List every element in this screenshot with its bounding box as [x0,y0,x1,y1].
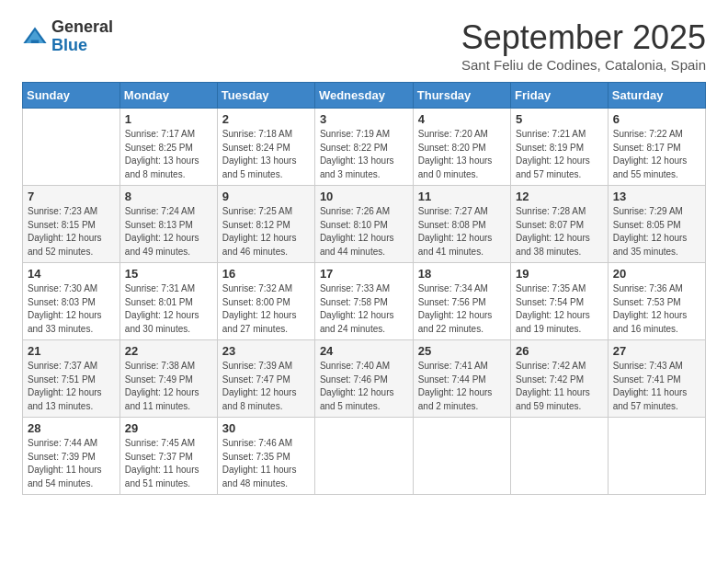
weekday-header-sunday: Sunday [23,83,120,109]
svg-rect-2 [31,40,39,43]
empty-cell [413,418,510,495]
day-detail: Sunrise: 7:42 AM Sunset: 7:42 PM Dayligh… [516,360,603,413]
day-cell-13: 13Sunrise: 7:29 AM Sunset: 8:05 PM Dayli… [608,186,705,263]
day-number: 1 [125,112,212,126]
day-detail: Sunrise: 7:32 AM Sunset: 8:00 PM Dayligh… [222,282,310,336]
day-cell-30: 30Sunrise: 7:46 AM Sunset: 7:35 PM Dayli… [217,418,314,495]
logo-blue: Blue [51,37,113,55]
empty-cell [23,109,120,186]
weekday-header-saturday: Saturday [608,83,705,109]
day-number: 29 [125,421,212,435]
day-number: 25 [418,344,506,358]
day-cell-17: 17Sunrise: 7:33 AM Sunset: 7:58 PM Dayli… [314,263,413,340]
day-cell-4: 4Sunrise: 7:20 AM Sunset: 8:20 PM Daylig… [413,109,510,186]
day-cell-14: 14Sunrise: 7:30 AM Sunset: 8:03 PM Dayli… [23,263,120,340]
day-cell-26: 26Sunrise: 7:42 AM Sunset: 7:42 PM Dayli… [511,340,609,418]
day-cell-20: 20Sunrise: 7:36 AM Sunset: 7:53 PM Dayli… [608,263,705,340]
day-number: 17 [320,267,408,281]
day-number: 21 [28,344,115,358]
day-cell-7: 7Sunrise: 7:23 AM Sunset: 8:15 PM Daylig… [23,186,120,263]
day-detail: Sunrise: 7:30 AM Sunset: 8:03 PM Dayligh… [28,282,115,336]
day-detail: Sunrise: 7:35 AM Sunset: 7:54 PM Dayligh… [516,282,603,336]
day-detail: Sunrise: 7:39 AM Sunset: 7:47 PM Dayligh… [222,360,310,413]
day-detail: Sunrise: 7:37 AM Sunset: 7:51 PM Dayligh… [28,360,115,413]
day-number: 18 [418,267,506,281]
day-cell-28: 28Sunrise: 7:44 AM Sunset: 7:39 PM Dayli… [23,418,120,495]
day-detail: Sunrise: 7:43 AM Sunset: 7:41 PM Dayligh… [613,360,700,413]
day-number: 14 [28,267,115,281]
day-cell-9: 9Sunrise: 7:25 AM Sunset: 8:12 PM Daylig… [217,186,314,263]
logo-text: General Blue [51,18,113,55]
month-title: September 2025 [461,18,706,57]
day-cell-12: 12Sunrise: 7:28 AM Sunset: 8:07 PM Dayli… [511,186,609,263]
day-detail: Sunrise: 7:17 AM Sunset: 8:25 PM Dayligh… [125,128,212,181]
day-detail: Sunrise: 7:29 AM Sunset: 8:05 PM Dayligh… [613,205,700,259]
weekday-header-thursday: Thursday [413,83,510,109]
day-detail: Sunrise: 7:34 AM Sunset: 7:56 PM Dayligh… [418,282,506,336]
logo: General Blue [22,18,113,55]
empty-cell [511,418,609,495]
day-number: 28 [28,421,115,435]
day-detail: Sunrise: 7:26 AM Sunset: 8:10 PM Dayligh… [320,205,408,259]
week-row-1: 1Sunrise: 7:17 AM Sunset: 8:25 PM Daylig… [23,109,706,186]
logo-icon [22,24,48,50]
day-detail: Sunrise: 7:40 AM Sunset: 7:46 PM Dayligh… [320,360,408,413]
day-cell-29: 29Sunrise: 7:45 AM Sunset: 7:37 PM Dayli… [119,418,217,495]
day-detail: Sunrise: 7:45 AM Sunset: 7:37 PM Dayligh… [125,437,212,490]
day-detail: Sunrise: 7:22 AM Sunset: 8:17 PM Dayligh… [613,128,700,181]
day-cell-24: 24Sunrise: 7:40 AM Sunset: 7:46 PM Dayli… [314,340,413,418]
header: General Blue September 2025 Sant Feliu d… [22,18,706,73]
day-cell-27: 27Sunrise: 7:43 AM Sunset: 7:41 PM Dayli… [608,340,705,418]
day-number: 13 [613,190,700,203]
day-cell-18: 18Sunrise: 7:34 AM Sunset: 7:56 PM Dayli… [413,263,510,340]
day-detail: Sunrise: 7:23 AM Sunset: 8:15 PM Dayligh… [28,205,115,259]
weekday-header-monday: Monday [119,83,217,109]
day-cell-21: 21Sunrise: 7:37 AM Sunset: 7:51 PM Dayli… [23,340,120,418]
day-cell-16: 16Sunrise: 7:32 AM Sunset: 8:00 PM Dayli… [217,263,314,340]
day-number: 16 [222,267,310,281]
day-number: 12 [516,190,603,203]
day-cell-2: 2Sunrise: 7:18 AM Sunset: 8:24 PM Daylig… [217,109,314,186]
weekday-header-friday: Friday [511,83,609,109]
day-number: 11 [418,190,506,203]
day-cell-15: 15Sunrise: 7:31 AM Sunset: 8:01 PM Dayli… [119,263,217,340]
day-detail: Sunrise: 7:18 AM Sunset: 8:24 PM Dayligh… [222,128,310,181]
day-detail: Sunrise: 7:41 AM Sunset: 7:44 PM Dayligh… [418,360,506,413]
day-cell-8: 8Sunrise: 7:24 AM Sunset: 8:13 PM Daylig… [119,186,217,263]
day-number: 8 [125,190,212,203]
day-detail: Sunrise: 7:38 AM Sunset: 7:49 PM Dayligh… [125,360,212,413]
week-row-4: 21Sunrise: 7:37 AM Sunset: 7:51 PM Dayli… [23,340,706,418]
day-detail: Sunrise: 7:36 AM Sunset: 7:53 PM Dayligh… [613,282,700,336]
day-number: 19 [516,267,603,281]
day-number: 9 [222,190,310,203]
day-detail: Sunrise: 7:24 AM Sunset: 8:13 PM Dayligh… [125,205,212,259]
day-detail: Sunrise: 7:44 AM Sunset: 7:39 PM Dayligh… [28,437,115,490]
day-number: 6 [613,112,700,126]
logo-general: General [51,18,113,37]
week-row-5: 28Sunrise: 7:44 AM Sunset: 7:39 PM Dayli… [23,418,706,495]
day-cell-23: 23Sunrise: 7:39 AM Sunset: 7:47 PM Dayli… [217,340,314,418]
day-cell-22: 22Sunrise: 7:38 AM Sunset: 7:49 PM Dayli… [119,340,217,418]
day-number: 23 [222,344,310,358]
day-detail: Sunrise: 7:28 AM Sunset: 8:07 PM Dayligh… [516,205,603,259]
title-area: September 2025 Sant Feliu de Codines, Ca… [461,18,706,73]
day-detail: Sunrise: 7:21 AM Sunset: 8:19 PM Dayligh… [516,128,603,181]
day-detail: Sunrise: 7:27 AM Sunset: 8:08 PM Dayligh… [418,205,506,259]
day-cell-1: 1Sunrise: 7:17 AM Sunset: 8:25 PM Daylig… [119,109,217,186]
weekday-header-tuesday: Tuesday [217,83,314,109]
day-cell-6: 6Sunrise: 7:22 AM Sunset: 8:17 PM Daylig… [608,109,705,186]
location-title: Sant Feliu de Codines, Catalonia, Spain [461,57,706,73]
day-cell-10: 10Sunrise: 7:26 AM Sunset: 8:10 PM Dayli… [314,186,413,263]
weekday-header-wednesday: Wednesday [314,83,413,109]
empty-cell [608,418,705,495]
day-number: 4 [418,112,506,126]
day-cell-3: 3Sunrise: 7:19 AM Sunset: 8:22 PM Daylig… [314,109,413,186]
day-cell-19: 19Sunrise: 7:35 AM Sunset: 7:54 PM Dayli… [511,263,609,340]
day-number: 10 [320,190,408,203]
day-detail: Sunrise: 7:20 AM Sunset: 8:20 PM Dayligh… [418,128,506,181]
day-number: 20 [613,267,700,281]
day-number: 3 [320,112,408,126]
day-number: 2 [222,112,310,126]
day-number: 22 [125,344,212,358]
day-number: 30 [222,421,310,435]
